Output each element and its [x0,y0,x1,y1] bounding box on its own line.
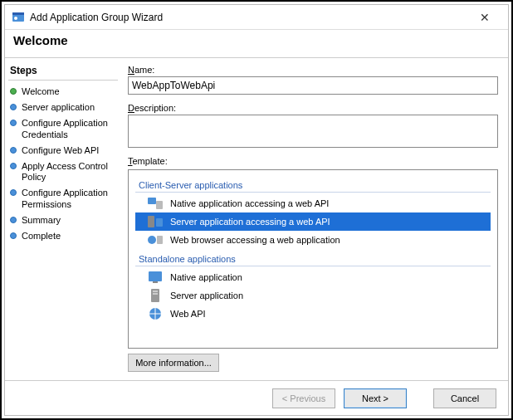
next-button[interactable]: Next > [344,388,407,408]
svg-point-2 [14,17,17,20]
browser-web-icon [147,232,164,248]
app-icon [12,11,25,24]
step-bullet-icon [10,163,17,169]
step-label: Configure Web API [22,145,99,156]
description-label: Description: [128,103,498,113]
step-bullet-icon [10,147,17,154]
svg-point-7 [148,236,156,244]
step-label: Configure Application Permissions [22,188,116,209]
template-browser-accessing-webapp[interactable]: Web browser accessing a web application [135,231,491,249]
steps-sidebar: Steps Welcome Server application Configu… [5,58,121,380]
svg-rect-5 [148,216,154,227]
step-label: Apply Access Control Policy [22,161,116,183]
svg-rect-6 [156,218,163,227]
template-native-application[interactable]: Native application [135,268,491,286]
template-list[interactable]: Client-Server applications Native applic… [128,169,498,349]
svg-rect-12 [153,291,158,292]
wizard-window: Add Application Group Wizard ✕ Welcome S… [4,4,509,416]
step-bullet-icon [10,189,17,196]
step-label: Summary [22,215,61,226]
native-icon [147,269,164,286]
template-web-api[interactable]: Web API [135,305,491,323]
template-label: Web API [170,309,206,319]
svg-rect-9 [149,271,162,281]
step-configure-credentials[interactable]: Configure Application Credentials [8,115,118,142]
description-input[interactable] [128,115,498,148]
template-group-client-server: Client-Server applications [135,177,491,193]
template-server-application[interactable]: Server application [135,286,491,305]
step-access-control-policy[interactable]: Apply Access Control Policy [8,159,118,185]
previous-button: < Previous [272,388,335,408]
webapi-icon [147,305,164,322]
step-server-application[interactable]: Server application [8,100,118,115]
template-group-standalone: Standalone applications [135,251,491,266]
server-web-icon [147,213,164,230]
template-label: Web browser accessing a web application [170,235,340,245]
page-title: Welcome [13,33,500,47]
native-web-icon [147,195,164,212]
template-label: Template: [128,156,498,166]
step-bullet-current-icon [10,88,17,95]
name-input[interactable] [128,76,498,95]
step-bullet-icon [10,104,17,110]
template-server-accessing-webapi[interactable]: Server application accessing a web API [135,212,491,231]
name-label: Name: [128,65,498,75]
steps-header: Steps [8,63,118,81]
page-header: Welcome [5,30,508,58]
svg-rect-1 [12,12,24,15]
svg-rect-4 [156,201,163,209]
step-configure-permissions[interactable]: Configure Application Permissions [8,185,118,212]
step-label: Complete [22,231,61,242]
svg-rect-8 [157,236,163,244]
template-label: Server application [170,291,243,300]
cancel-button[interactable]: Cancel [433,388,496,408]
titlebar: Add Application Group Wizard ✕ [5,5,508,30]
step-summary[interactable]: Summary [8,212,118,228]
svg-rect-13 [153,293,158,295]
step-welcome[interactable]: Welcome [8,84,118,100]
step-bullet-icon [10,217,17,223]
template-label: Server application accessing a web API [170,217,330,227]
step-label: Welcome [22,86,60,97]
server-icon [147,287,164,304]
step-bullet-icon [10,232,17,239]
step-label: Configure Application Credentials [22,118,116,139]
template-label: Native application [170,272,242,282]
step-complete[interactable]: Complete [8,228,118,244]
wizard-footer: < Previous Next > Cancel [5,380,508,415]
more-information-button[interactable]: More information... [128,354,219,372]
step-configure-web-api[interactable]: Configure Web API [8,143,118,159]
close-button[interactable]: ✕ [468,5,501,29]
template-label: Native application accessing a web API [170,198,329,208]
main-panel: Name: Description: Template: Client-Serv… [121,58,508,380]
step-bullet-icon [10,120,17,126]
svg-rect-10 [153,281,158,283]
svg-rect-3 [148,198,156,204]
step-label: Server application [22,102,95,113]
template-native-accessing-webapi[interactable]: Native application accessing a web API [135,194,491,212]
window-title: Add Application Group Wizard [30,12,468,23]
close-icon: ✕ [480,11,490,24]
